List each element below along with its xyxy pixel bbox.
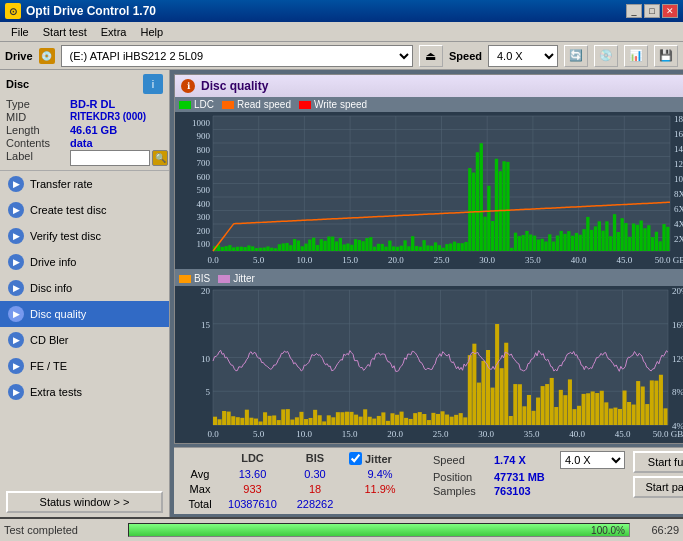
speed-combo[interactable]: 4.0 X <box>560 451 625 469</box>
disc-quality-header: ℹ Disc quality <box>175 75 683 97</box>
avg-bis: 0.30 <box>285 467 345 481</box>
drive-select[interactable]: (E:) ATAPI iHBS212 2 5L09 <box>61 45 413 67</box>
bis-legend-label: BIS <box>194 273 210 284</box>
max-ldc: 933 <box>220 482 285 496</box>
max-bis: 18 <box>285 482 345 496</box>
progress-text: 100.0% <box>591 524 625 537</box>
jitter-checkbox[interactable] <box>349 452 362 465</box>
nav-label-disc-quality: Disc quality <box>30 308 86 320</box>
bis-legend-color <box>179 275 191 283</box>
chart1-legend: LDC Read speed Write speed <box>175 97 683 112</box>
progress-fill <box>129 524 629 536</box>
jitter-check-row: Jitter <box>345 451 415 466</box>
read-speed-legend-label: Read speed <box>237 99 291 110</box>
disc-panel-title: Disc <box>6 78 29 90</box>
stats-right: Speed 1.74 X 4.0 X Position 47731 MB Sam… <box>433 451 625 511</box>
content-area: ℹ Disc quality LDC Read speed Write spee… <box>170 70 683 517</box>
total-ldc: 10387610 <box>220 497 285 511</box>
action-buttons: Start full Start part <box>633 451 683 511</box>
label-icon-btn[interactable]: 🔍 <box>152 150 168 166</box>
nav-disc-info[interactable]: ▶ Disc info <box>0 275 169 301</box>
menu-start-test[interactable]: Start test <box>37 25 93 39</box>
start-part-button[interactable]: Start part <box>633 476 683 498</box>
speed-label: Speed <box>449 50 482 62</box>
label-input[interactable] <box>70 150 150 166</box>
total-label: Total <box>180 497 220 511</box>
contents-value: data <box>70 137 168 149</box>
jitter-legend-label: Jitter <box>233 273 255 284</box>
position-stat-value: 47731 MB <box>494 471 554 483</box>
nav-fe-te[interactable]: ▶ FE / TE <box>0 353 169 379</box>
length-value: 46.61 GB <box>70 124 168 136</box>
sidebar: Disc i Type BD-R DL MID RITEKDR3 (000) L… <box>0 70 170 517</box>
disc-icon-btn[interactable]: 💿 <box>594 45 618 67</box>
nav-icon-extra: ▶ <box>8 384 24 400</box>
nav-icon-fe-te: ▶ <box>8 358 24 374</box>
samples-stat-label: Samples <box>433 485 488 497</box>
menu-file[interactable]: File <box>5 25 35 39</box>
eject-button[interactable]: ⏏ <box>419 45 443 67</box>
title-bar: ⊙ Opti Drive Control 1.70 _ □ ✕ <box>0 0 683 22</box>
status-text: Test completed <box>4 524 124 536</box>
total-jitter <box>345 497 415 511</box>
jitter-legend-color <box>218 275 230 283</box>
menu-extra[interactable]: Extra <box>95 25 133 39</box>
nav-disc-quality[interactable]: ▶ Disc quality <box>0 301 169 327</box>
save-icon-btn[interactable]: 💾 <box>654 45 678 67</box>
nav-label-create: Create test disc <box>30 204 106 216</box>
drive-icon: 💿 <box>39 48 55 64</box>
chart1-canvas <box>175 112 683 269</box>
type-label: Type <box>6 98 66 110</box>
speed-select[interactable]: 4.0 X <box>488 45 558 67</box>
chart2-canvas <box>175 286 683 443</box>
menu-bar: File Start test Extra Help <box>0 22 683 42</box>
contents-label: Contents <box>6 137 66 149</box>
nav-icon-verify: ▶ <box>8 228 24 244</box>
nav-drive-info[interactable]: ▶ Drive info <box>0 249 169 275</box>
chart-icon-btn[interactable]: 📊 <box>624 45 648 67</box>
start-full-button[interactable]: Start full <box>633 451 683 473</box>
nav-extra-tests[interactable]: ▶ Extra tests <box>0 379 169 405</box>
read-speed-legend-color <box>222 101 234 109</box>
disc-quality-panel: ℹ Disc quality LDC Read speed Write spee… <box>174 74 683 444</box>
nav-label-extra: Extra tests <box>30 386 82 398</box>
refresh-button[interactable]: 🔄 <box>564 45 588 67</box>
nav-transfer-rate[interactable]: ▶ Transfer rate <box>0 171 169 197</box>
nav-label-fe-te: FE / TE <box>30 360 67 372</box>
chart2-legend: BIS Jitter <box>175 271 683 286</box>
write-speed-legend-color <box>299 101 311 109</box>
samples-stat-value: 763103 <box>494 485 554 497</box>
status-bar: Test completed 100.0% 66:29 <box>0 517 683 541</box>
nav-verify-test[interactable]: ▶ Verify test disc <box>0 223 169 249</box>
speed-stat-value: 1.74 X <box>494 454 554 466</box>
app-title: Opti Drive Control 1.70 <box>26 4 156 18</box>
chart2-wrapper <box>175 286 683 443</box>
nav-create-test[interactable]: ▶ Create test disc <box>0 197 169 223</box>
disc-quality-title: Disc quality <box>201 79 268 93</box>
disc-panel-icon: i <box>143 74 163 94</box>
nav-icon-disc-info: ▶ <box>8 280 24 296</box>
stats-col-empty <box>180 451 220 466</box>
nav-label-disc-info: Disc info <box>30 282 72 294</box>
label-label: Label <box>6 150 66 166</box>
type-value: BD-R DL <box>70 98 168 110</box>
mid-label: MID <box>6 111 66 123</box>
nav-icon-disc-quality: ▶ <box>8 306 24 322</box>
position-stat-label: Position <box>433 471 488 483</box>
menu-help[interactable]: Help <box>134 25 169 39</box>
avg-label: Avg <box>180 467 220 481</box>
avg-ldc: 13.60 <box>220 467 285 481</box>
nav-cd-bler[interactable]: ▶ CD Bler <box>0 327 169 353</box>
stats-header-jitter: Jitter <box>365 453 392 465</box>
ldc-legend-color <box>179 101 191 109</box>
chart1-wrapper <box>175 112 683 269</box>
status-time: 66:29 <box>634 524 679 536</box>
progress-bar: 100.0% <box>128 523 630 537</box>
status-window-button[interactable]: Status window > > <box>6 491 163 513</box>
disc-panel: Disc i Type BD-R DL MID RITEKDR3 (000) L… <box>0 70 169 171</box>
maximize-button[interactable]: □ <box>644 4 660 18</box>
close-button[interactable]: ✕ <box>662 4 678 18</box>
minimize-button[interactable]: _ <box>626 4 642 18</box>
stats-area: LDC BIS Jitter Avg 13.60 0.30 9.4% Max 9… <box>174 447 683 514</box>
nav-label-cd-bler: CD Bler <box>30 334 69 346</box>
